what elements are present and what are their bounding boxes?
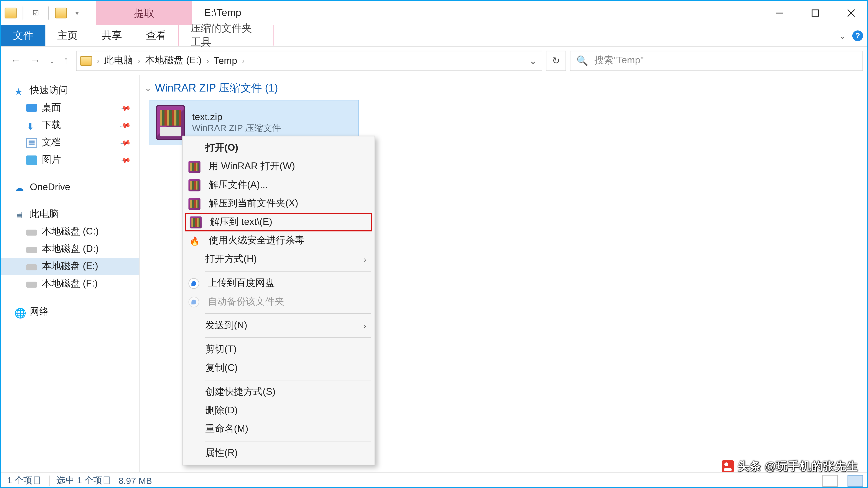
menu-separator — [205, 271, 371, 271]
file-name: text.zip — [192, 111, 281, 122]
chevron-right-icon[interactable]: › — [205, 56, 210, 65]
qat-properties-icon[interactable]: ☑ — [29, 6, 42, 20]
chevron-right-icon[interactable]: › — [96, 56, 101, 65]
tab-home[interactable]: 主页 — [45, 25, 90, 46]
menu-rename[interactable]: 重命名(M) — [184, 420, 373, 438]
status-size: 8.97 MB — [119, 476, 152, 486]
menu-open[interactable]: 打开(O) — [184, 139, 373, 157]
search-placeholder: 搜索"Temp" — [594, 55, 644, 67]
ribbon-expand-icon[interactable]: ⌄ — [838, 30, 846, 41]
view-tiles-button[interactable] — [847, 475, 863, 486]
status-item-count: 1 个项目 — [7, 475, 42, 486]
menu-open-winrar[interactable]: 用 WinRAR 打开(W) — [184, 157, 373, 176]
chevron-right-icon[interactable]: › — [241, 56, 246, 65]
menu-baidu-backup: 自动备份该文件夹 — [184, 292, 373, 311]
menu-extract-to-folder[interactable]: 解压到 text\(E) — [185, 213, 372, 232]
help-icon[interactable]: ? — [852, 30, 863, 41]
forward-button[interactable]: → — [30, 55, 40, 67]
sidebar-item-drive-c[interactable]: 本地磁盘 (C:) — [1, 223, 139, 240]
view-details-button[interactable] — [823, 475, 838, 486]
sidebar-item-network[interactable]: 🌐网络 — [1, 303, 139, 321]
sidebar-item-desktop[interactable]: 桌面📌 — [1, 99, 139, 117]
sidebar-item-pictures[interactable]: 图片📌 — [1, 151, 139, 168]
file-type: WinRAR ZIP 压缩文件 — [192, 122, 281, 134]
baidu-icon — [188, 278, 199, 289]
tab-share[interactable]: 共享 — [90, 25, 134, 46]
menu-properties[interactable]: 属性(R) — [184, 444, 373, 462]
pin-icon: 📌 — [119, 102, 131, 114]
sidebar-item-drive-f[interactable]: 本地磁盘 (F:) — [1, 275, 139, 292]
menu-separator — [205, 314, 371, 314]
window-title: E:\Temp — [192, 1, 761, 25]
menu-open-with[interactable]: 打开方式(H)› — [184, 250, 373, 269]
refresh-button[interactable]: ↻ — [546, 51, 566, 71]
chevron-down-icon[interactable]: ⌄ — [145, 83, 151, 92]
sidebar-item-onedrive[interactable]: ☁OneDrive — [1, 180, 139, 195]
pin-icon: 📌 — [119, 119, 131, 131]
watermark: 头条 @玩手机的张先生 — [722, 459, 858, 474]
download-icon: ⬇ — [26, 120, 37, 130]
folder-icon[interactable] — [55, 8, 67, 19]
close-button[interactable] — [833, 1, 868, 25]
group-header[interactable]: ⌄ WinRAR ZIP 压缩文件 (1) — [145, 81, 860, 95]
search-icon: 🔍 — [576, 55, 588, 66]
maximize-button[interactable] — [797, 1, 833, 25]
menu-separator — [205, 441, 371, 442]
cloud-icon: ☁ — [14, 183, 25, 192]
fire-icon: 🔥 — [188, 235, 200, 247]
menu-huorong-scan[interactable]: 🔥使用火绒安全进行杀毒 — [184, 231, 373, 250]
sidebar-item-drive-e[interactable]: 本地磁盘 (E:) — [1, 258, 139, 275]
pc-icon: 🖥 — [14, 209, 25, 219]
navigation-bar: ← → ⌄ ↑ › 此电脑 › 本地磁盘 (E:) › Temp › ⌄ ↻ 🔍… — [1, 46, 868, 75]
drive-icon — [26, 282, 37, 288]
desktop-icon — [26, 104, 37, 112]
star-icon: ★ — [14, 86, 25, 95]
menu-create-shortcut[interactable]: 创建快捷方式(S) — [184, 383, 373, 401]
folder-icon[interactable] — [5, 8, 17, 19]
pictures-icon — [26, 155, 37, 165]
search-input[interactable]: 🔍 搜索"Temp" — [570, 51, 863, 71]
chevron-right-icon: › — [364, 321, 366, 330]
breadcrumb[interactable]: 本地磁盘 (E:) — [145, 55, 202, 67]
breadcrumb[interactable]: Temp — [214, 55, 237, 66]
winrar-icon — [188, 179, 200, 191]
menu-separator — [205, 380, 371, 381]
drive-icon — [26, 230, 37, 236]
quick-access-toolbar: ☑ ▾ — [1, 1, 96, 25]
drive-icon — [26, 264, 37, 270]
address-bar[interactable]: › 此电脑 › 本地磁盘 (E:) › Temp › ⌄ — [76, 51, 542, 71]
sidebar-item-downloads[interactable]: ⬇下载📌 — [1, 117, 139, 134]
contextual-tab-extract[interactable]: 提取 — [96, 1, 192, 25]
toutiao-icon — [722, 460, 734, 473]
up-button[interactable]: ↑ — [63, 55, 69, 67]
recent-locations-icon[interactable]: ⌄ — [49, 56, 55, 65]
menu-extract-here[interactable]: 解压到当前文件夹(X) — [184, 194, 373, 213]
group-title: WinRAR ZIP 压缩文件 (1) — [155, 81, 278, 95]
drive-icon — [26, 247, 37, 253]
menu-copy[interactable]: 复制(C) — [184, 359, 373, 378]
tab-compressed-folder-tools[interactable]: 压缩的文件夹工具 — [178, 25, 274, 46]
sidebar-item-drive-d[interactable]: 本地磁盘 (D:) — [1, 240, 139, 258]
chevron-right-icon[interactable]: › — [136, 56, 142, 65]
menu-baidu-upload[interactable]: 上传到百度网盘 — [184, 274, 373, 293]
menu-send-to[interactable]: 发送到(N)› — [184, 317, 373, 335]
back-button[interactable]: ← — [11, 55, 22, 67]
sidebar-item-quick-access[interactable]: ★快速访问 — [1, 82, 139, 99]
sidebar-item-documents[interactable]: 文档📌 — [1, 134, 139, 151]
address-dropdown-icon[interactable]: ⌄ — [529, 55, 537, 66]
sidebar-item-this-pc[interactable]: 🖥此电脑 — [1, 206, 139, 223]
minimize-button[interactable] — [761, 1, 797, 25]
menu-cut[interactable]: 剪切(T) — [184, 340, 373, 359]
tab-view[interactable]: 查看 — [134, 25, 178, 46]
winrar-zip-icon — [156, 105, 185, 140]
ribbon-tabs: 文件 主页 共享 查看 压缩的文件夹工具 ⌄ ? — [1, 25, 868, 46]
menu-extract-files[interactable]: 解压文件(A)... — [184, 176, 373, 195]
pin-icon: 📌 — [119, 137, 131, 149]
tab-file[interactable]: 文件 — [1, 25, 45, 46]
qat-dropdown-icon[interactable]: ▾ — [70, 6, 84, 20]
status-bar: 1 个项目 选中 1 个项目 8.97 MB — [1, 472, 868, 488]
menu-delete[interactable]: 删除(D) — [184, 401, 373, 420]
breadcrumb[interactable]: 此电脑 — [104, 55, 133, 67]
document-icon — [26, 138, 37, 147]
winrar-icon — [190, 216, 202, 228]
